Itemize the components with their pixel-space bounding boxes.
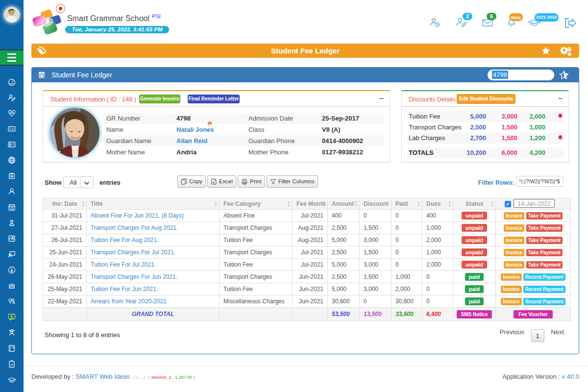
svg-text:$: $	[41, 74, 43, 78]
